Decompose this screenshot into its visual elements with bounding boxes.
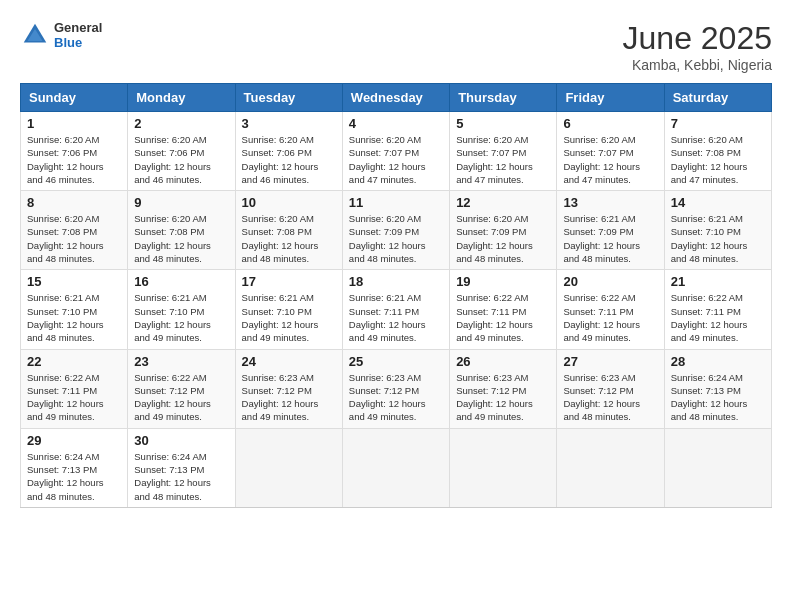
day-number: 21 — [671, 274, 765, 289]
calendar-cell: 26Sunrise: 6:23 AMSunset: 7:12 PMDayligh… — [450, 349, 557, 428]
calendar-cell — [557, 428, 664, 507]
day-header-thursday: Thursday — [450, 84, 557, 112]
week-row-1: 1Sunrise: 6:20 AMSunset: 7:06 PMDaylight… — [21, 112, 772, 191]
day-number: 29 — [27, 433, 121, 448]
day-number: 12 — [456, 195, 550, 210]
day-info: Sunrise: 6:21 AMSunset: 7:10 PMDaylight:… — [27, 291, 121, 344]
day-number: 23 — [134, 354, 228, 369]
day-info: Sunrise: 6:21 AMSunset: 7:10 PMDaylight:… — [671, 212, 765, 265]
day-number: 16 — [134, 274, 228, 289]
day-number: 26 — [456, 354, 550, 369]
calendar-cell: 29Sunrise: 6:24 AMSunset: 7:13 PMDayligh… — [21, 428, 128, 507]
calendar-cell: 27Sunrise: 6:23 AMSunset: 7:12 PMDayligh… — [557, 349, 664, 428]
calendar-cell: 25Sunrise: 6:23 AMSunset: 7:12 PMDayligh… — [342, 349, 449, 428]
calendar-cell: 3Sunrise: 6:20 AMSunset: 7:06 PMDaylight… — [235, 112, 342, 191]
day-number: 28 — [671, 354, 765, 369]
calendar-cell: 1Sunrise: 6:20 AMSunset: 7:06 PMDaylight… — [21, 112, 128, 191]
calendar-cell: 12Sunrise: 6:20 AMSunset: 7:09 PMDayligh… — [450, 191, 557, 270]
day-info: Sunrise: 6:23 AMSunset: 7:12 PMDaylight:… — [563, 371, 657, 424]
day-number: 25 — [349, 354, 443, 369]
day-info: Sunrise: 6:21 AMSunset: 7:11 PMDaylight:… — [349, 291, 443, 344]
day-number: 9 — [134, 195, 228, 210]
week-row-4: 22Sunrise: 6:22 AMSunset: 7:11 PMDayligh… — [21, 349, 772, 428]
calendar-cell: 5Sunrise: 6:20 AMSunset: 7:07 PMDaylight… — [450, 112, 557, 191]
calendar-cell: 8Sunrise: 6:20 AMSunset: 7:08 PMDaylight… — [21, 191, 128, 270]
calendar-cell: 22Sunrise: 6:22 AMSunset: 7:11 PMDayligh… — [21, 349, 128, 428]
day-info: Sunrise: 6:22 AMSunset: 7:12 PMDaylight:… — [134, 371, 228, 424]
day-number: 5 — [456, 116, 550, 131]
calendar-cell: 15Sunrise: 6:21 AMSunset: 7:10 PMDayligh… — [21, 270, 128, 349]
day-number: 27 — [563, 354, 657, 369]
calendar-cell: 17Sunrise: 6:21 AMSunset: 7:10 PMDayligh… — [235, 270, 342, 349]
week-row-2: 8Sunrise: 6:20 AMSunset: 7:08 PMDaylight… — [21, 191, 772, 270]
calendar-cell — [450, 428, 557, 507]
day-info: Sunrise: 6:20 AMSunset: 7:08 PMDaylight:… — [134, 212, 228, 265]
day-number: 20 — [563, 274, 657, 289]
calendar-cell — [664, 428, 771, 507]
calendar-cell: 16Sunrise: 6:21 AMSunset: 7:10 PMDayligh… — [128, 270, 235, 349]
day-header-wednesday: Wednesday — [342, 84, 449, 112]
day-header-friday: Friday — [557, 84, 664, 112]
calendar-cell: 14Sunrise: 6:21 AMSunset: 7:10 PMDayligh… — [664, 191, 771, 270]
calendar-cell: 11Sunrise: 6:20 AMSunset: 7:09 PMDayligh… — [342, 191, 449, 270]
day-number: 7 — [671, 116, 765, 131]
day-number: 19 — [456, 274, 550, 289]
week-row-5: 29Sunrise: 6:24 AMSunset: 7:13 PMDayligh… — [21, 428, 772, 507]
day-number: 2 — [134, 116, 228, 131]
day-info: Sunrise: 6:23 AMSunset: 7:12 PMDaylight:… — [349, 371, 443, 424]
page-header: General Blue June 2025 Kamba, Kebbi, Nig… — [20, 20, 772, 73]
day-number: 4 — [349, 116, 443, 131]
day-number: 22 — [27, 354, 121, 369]
day-info: Sunrise: 6:23 AMSunset: 7:12 PMDaylight:… — [242, 371, 336, 424]
day-header-saturday: Saturday — [664, 84, 771, 112]
day-number: 3 — [242, 116, 336, 131]
title-area: June 2025 Kamba, Kebbi, Nigeria — [623, 20, 772, 73]
day-number: 8 — [27, 195, 121, 210]
calendar-cell: 7Sunrise: 6:20 AMSunset: 7:08 PMDaylight… — [664, 112, 771, 191]
logo-text: General Blue — [54, 20, 102, 50]
day-info: Sunrise: 6:22 AMSunset: 7:11 PMDaylight:… — [671, 291, 765, 344]
calendar-cell: 24Sunrise: 6:23 AMSunset: 7:12 PMDayligh… — [235, 349, 342, 428]
day-info: Sunrise: 6:20 AMSunset: 7:09 PMDaylight:… — [456, 212, 550, 265]
logo-icon — [20, 20, 50, 50]
day-number: 13 — [563, 195, 657, 210]
day-info: Sunrise: 6:20 AMSunset: 7:07 PMDaylight:… — [349, 133, 443, 186]
calendar-cell: 10Sunrise: 6:20 AMSunset: 7:08 PMDayligh… — [235, 191, 342, 270]
day-info: Sunrise: 6:21 AMSunset: 7:09 PMDaylight:… — [563, 212, 657, 265]
calendar-cell — [235, 428, 342, 507]
day-info: Sunrise: 6:20 AMSunset: 7:08 PMDaylight:… — [671, 133, 765, 186]
calendar-cell: 9Sunrise: 6:20 AMSunset: 7:08 PMDaylight… — [128, 191, 235, 270]
day-number: 11 — [349, 195, 443, 210]
day-number: 1 — [27, 116, 121, 131]
calendar-table: SundayMondayTuesdayWednesdayThursdayFrid… — [20, 83, 772, 508]
day-header-tuesday: Tuesday — [235, 84, 342, 112]
day-info: Sunrise: 6:20 AMSunset: 7:09 PMDaylight:… — [349, 212, 443, 265]
calendar-cell: 6Sunrise: 6:20 AMSunset: 7:07 PMDaylight… — [557, 112, 664, 191]
logo-general: General — [54, 20, 102, 35]
day-number: 14 — [671, 195, 765, 210]
day-info: Sunrise: 6:24 AMSunset: 7:13 PMDaylight:… — [671, 371, 765, 424]
day-info: Sunrise: 6:20 AMSunset: 7:08 PMDaylight:… — [27, 212, 121, 265]
day-number: 10 — [242, 195, 336, 210]
calendar-cell: 30Sunrise: 6:24 AMSunset: 7:13 PMDayligh… — [128, 428, 235, 507]
day-number: 6 — [563, 116, 657, 131]
day-info: Sunrise: 6:22 AMSunset: 7:11 PMDaylight:… — [27, 371, 121, 424]
day-info: Sunrise: 6:21 AMSunset: 7:10 PMDaylight:… — [134, 291, 228, 344]
calendar-header-row: SundayMondayTuesdayWednesdayThursdayFrid… — [21, 84, 772, 112]
day-info: Sunrise: 6:20 AMSunset: 7:06 PMDaylight:… — [27, 133, 121, 186]
calendar-cell: 20Sunrise: 6:22 AMSunset: 7:11 PMDayligh… — [557, 270, 664, 349]
day-info: Sunrise: 6:20 AMSunset: 7:06 PMDaylight:… — [134, 133, 228, 186]
day-info: Sunrise: 6:23 AMSunset: 7:12 PMDaylight:… — [456, 371, 550, 424]
week-row-3: 15Sunrise: 6:21 AMSunset: 7:10 PMDayligh… — [21, 270, 772, 349]
day-info: Sunrise: 6:20 AMSunset: 7:06 PMDaylight:… — [242, 133, 336, 186]
logo-blue: Blue — [54, 35, 102, 50]
day-header-monday: Monday — [128, 84, 235, 112]
day-info: Sunrise: 6:20 AMSunset: 7:07 PMDaylight:… — [456, 133, 550, 186]
day-info: Sunrise: 6:20 AMSunset: 7:07 PMDaylight:… — [563, 133, 657, 186]
calendar-cell: 13Sunrise: 6:21 AMSunset: 7:09 PMDayligh… — [557, 191, 664, 270]
day-number: 30 — [134, 433, 228, 448]
day-info: Sunrise: 6:22 AMSunset: 7:11 PMDaylight:… — [563, 291, 657, 344]
day-info: Sunrise: 6:22 AMSunset: 7:11 PMDaylight:… — [456, 291, 550, 344]
logo: General Blue — [20, 20, 102, 50]
calendar-cell: 18Sunrise: 6:21 AMSunset: 7:11 PMDayligh… — [342, 270, 449, 349]
